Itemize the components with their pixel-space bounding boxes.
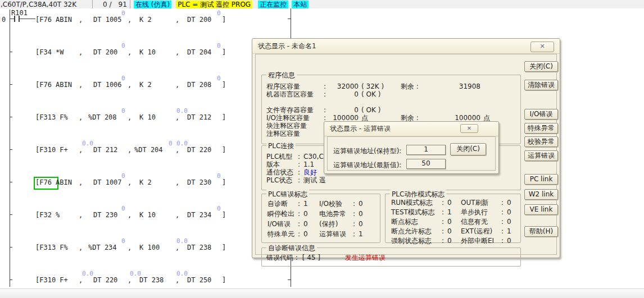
operand: DT 234	[187, 211, 211, 219]
monitor-value: 0	[121, 172, 125, 180]
comma: ,	[175, 113, 179, 121]
operand: DT 200	[93, 48, 117, 56]
operand: DT 238	[187, 244, 211, 251]
colon: :	[501, 227, 507, 235]
close-button[interactable]: 关闭(C)	[450, 143, 486, 155]
info-line: 机器语言区容量 : 0 ( OK )	[266, 90, 518, 98]
operand: K 10	[139, 211, 156, 219]
comma: ,	[128, 244, 131, 251]
comma: ,	[128, 48, 131, 56]
bracket: ]	[222, 113, 226, 121]
w2-link-button[interactable]: W2 link	[524, 189, 558, 200]
close-icon[interactable]: ✕	[460, 124, 478, 133]
operand: %DT 208	[88, 113, 117, 121]
flag-label: 自诊断	[267, 200, 298, 208]
operand: DT 1006	[93, 81, 122, 89]
flag-label: RUN模式标志	[391, 199, 442, 207]
instruction: [F310 F+	[35, 146, 68, 154]
bracket: ]	[222, 48, 226, 56]
clear-error-button[interactable]: 清除错误	[524, 80, 558, 90]
comma: ,	[128, 16, 131, 24]
colon: :	[298, 161, 303, 168]
comma: ,	[128, 113, 131, 121]
comma: ,	[175, 81, 179, 89]
bracket: ]	[222, 211, 226, 219]
groupbox-legend: 程序信息	[266, 71, 297, 80]
comma: ,	[175, 244, 179, 251]
flag-label: 运算错误	[319, 230, 353, 238]
flag-label: OUT刷新	[461, 199, 501, 207]
operand: DT 208	[187, 81, 211, 89]
operand: K 10	[139, 113, 156, 121]
monitor-value: 0	[121, 75, 125, 82]
operand: K 2	[139, 178, 152, 186]
info-label: 程序区容量	[266, 82, 324, 90]
step-counter-current: 0 /	[103, 1, 112, 8]
info-value: 0	[329, 90, 359, 98]
flag-label: 特殊单元	[267, 230, 298, 238]
info-value: 32000	[329, 82, 359, 90]
info-label: 块注释区容量	[266, 122, 324, 130]
comma: ,	[128, 81, 131, 89]
comma: ,	[175, 146, 179, 154]
comm-status-value: 良好	[303, 168, 317, 176]
comma: ,	[79, 178, 83, 186]
flag-value: 1	[359, 230, 363, 238]
verify-abnormal-button[interactable]: 校验异常	[524, 136, 558, 147]
comma: ,	[175, 211, 179, 219]
instruction: [F310 F+	[35, 276, 68, 284]
instruction: [F76 ABIN	[35, 178, 72, 186]
flag-value: 0	[447, 199, 461, 207]
groupbox-legend: PLC动作模式标志	[390, 190, 446, 199]
comma: ,	[128, 146, 131, 154]
operand: K 2	[139, 16, 152, 24]
flag-value: 0	[359, 220, 363, 228]
flag-value: 0	[359, 200, 363, 208]
flag-label: EXT(远程)	[461, 227, 501, 235]
colon: :	[442, 199, 447, 207]
monitor-value: 0.0	[82, 140, 93, 147]
flag-value: 0	[359, 210, 363, 218]
operand: %DT 204	[134, 146, 163, 154]
hold-address-value: 1	[406, 145, 446, 155]
horizontal-scrollbar[interactable]	[0, 288, 644, 298]
colon: :	[298, 220, 303, 228]
remaining-label: 剩余 :	[401, 82, 429, 90]
info-line: 版本 : 1.1	[266, 161, 332, 168]
monitor-value: 0	[169, 140, 173, 147]
operand: DT 1005	[93, 16, 122, 24]
statusbar-divider	[130, 0, 130, 8]
ladder-rung[interactable]: [F310 F+ , 0.0 DT 220 , 0.0 DT 238 , 0.0…	[0, 270, 298, 287]
close-button[interactable]: 关闭(C)	[524, 61, 558, 72]
operation-error-button[interactable]: 运算错误	[524, 150, 558, 161]
dialog-title-bar[interactable]: 状态显示 - 未命名1	[252, 39, 560, 54]
info-line: 文件寄存器容量 : 0 ( OK )	[266, 106, 518, 114]
pc-link-button[interactable]: PC link	[524, 174, 558, 185]
colon: :	[298, 200, 303, 208]
ve-link-button[interactable]: VE link	[524, 204, 558, 215]
close-icon[interactable]: ✕	[530, 42, 554, 52]
operation-error-dialog: 状态显示 - 运算错误 ✕ 运算错误地址(保持型): 1 关闭(C) 运算错误地…	[324, 121, 499, 174]
colon: :	[298, 230, 303, 238]
rung-stub	[10, 182, 12, 182]
colon: :	[298, 210, 303, 218]
plc-version-value: 1.1	[303, 161, 314, 168]
flag-value: 0	[303, 210, 319, 218]
instruction: [F34 *W	[35, 48, 64, 56]
plc-error-flags-groupbox: PLC错误标志 自诊断:1 I/O校验:0 瞬停检出:0 电池异常:0 I/O错…	[261, 194, 380, 243]
comma: ,	[175, 48, 179, 56]
flag-label: 信息有无	[461, 218, 501, 226]
latest-address-label: 运算错误地址(最新值):	[333, 161, 401, 170]
special-abnormal-button[interactable]: 特殊异常	[524, 123, 558, 134]
step-counter-total: 91	[119, 1, 127, 8]
colon: :	[501, 218, 507, 226]
ladder-rung[interactable]: [F76 ABIN , DT 1005 0 , K 2 , DT 200 0 ]	[0, 10, 298, 26]
info-line: PLC机型 : C30,C60	[266, 153, 332, 161]
flag-value: 0	[447, 237, 461, 245]
help-button[interactable]: 帮助(H)	[524, 226, 558, 237]
colon: :	[501, 208, 507, 216]
info-label: I/O注释区容量	[266, 114, 324, 122]
io-error-button[interactable]: I/O错误	[524, 109, 558, 120]
comma: ,	[128, 178, 131, 186]
remaining-unit: 点	[480, 114, 490, 122]
